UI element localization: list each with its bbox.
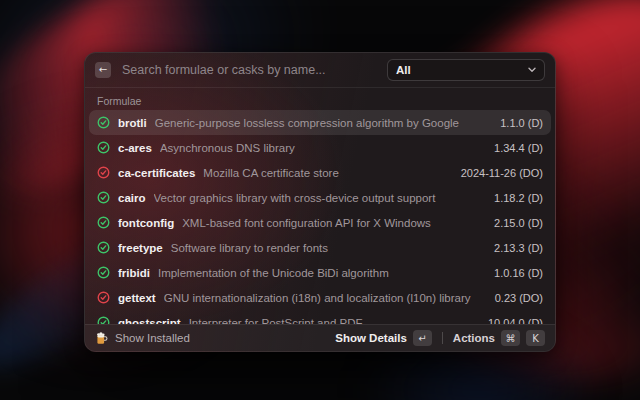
status-bar: Show Installed Show Details ↵ Actions ⌘ …: [85, 324, 555, 351]
actions-button[interactable]: Actions ⌘ K: [453, 330, 545, 346]
formula-description: Software library to render fonts: [171, 242, 478, 254]
search-window: ← All Formulae brotli Generic-purpose lo…: [84, 52, 556, 352]
check-circle-icon: [97, 291, 110, 304]
list-item-c-ares[interactable]: c-ares Asynchronous DNS library 1.34.4 (…: [89, 135, 551, 160]
formula-version: 2024-11-26 (DO): [453, 167, 543, 179]
formula-version: 2.13.3 (D): [486, 242, 543, 254]
filter-dropdown-value: All: [396, 64, 411, 76]
footer-divider: [442, 332, 443, 344]
show-installed-label: Show Installed: [115, 332, 190, 344]
show-installed-button[interactable]: Show Installed: [115, 332, 190, 344]
check-circle-icon: [97, 141, 110, 154]
formulae-list: brotli Generic-purpose lossless compress…: [85, 110, 555, 324]
formula-version: 0.23 (DO): [487, 292, 543, 304]
check-circle-icon: [97, 266, 110, 279]
list-item-brotli[interactable]: brotli Generic-purpose lossless compress…: [89, 110, 551, 135]
formula-description: Vector graphics library with cross-devic…: [154, 192, 479, 204]
filter-dropdown[interactable]: All: [387, 59, 545, 81]
formula-name: ca-certificates: [118, 167, 195, 179]
list-item-freetype[interactable]: freetype Software library to render font…: [89, 235, 551, 260]
formula-version: 1.34.4 (D): [486, 142, 543, 154]
list-item-cairo[interactable]: cairo Vector graphics library with cross…: [89, 185, 551, 210]
formula-name: ghostscript: [118, 317, 181, 325]
formula-description: Asynchronous DNS library: [160, 142, 478, 154]
formula-version: 1.1.0 (D): [492, 117, 543, 129]
k-key-icon: K: [526, 330, 545, 346]
check-circle-icon: [97, 216, 110, 229]
formula-description: XML-based font configuration API for X W…: [182, 217, 478, 229]
formula-name: gettext: [118, 292, 156, 304]
formula-name: fontconfig: [118, 217, 174, 229]
formula-description: Generic-purpose lossless compression alg…: [155, 117, 484, 129]
formula-version: 2.15.0 (D): [486, 217, 543, 229]
formula-name: freetype: [118, 242, 163, 254]
check-circle-icon: [97, 241, 110, 254]
formula-name: fribidi: [118, 267, 150, 279]
check-circle-icon: [97, 116, 110, 129]
formula-description: GNU internationalization (i18n) and loca…: [164, 292, 479, 304]
formula-description: Mozilla CA certificate store: [203, 167, 444, 179]
show-details-label: Show Details: [335, 332, 407, 344]
beer-mug-icon: [95, 332, 108, 345]
check-circle-icon: [97, 191, 110, 204]
section-label: Formulae: [85, 88, 555, 110]
command-key-icon: ⌘: [501, 330, 520, 346]
formula-version: 1.18.2 (D): [486, 192, 543, 204]
search-bar: ← All: [85, 53, 555, 88]
check-circle-icon: [97, 166, 110, 179]
formula-description: Implementation of the Unicode BiDi algor…: [158, 267, 478, 279]
list-item-ca-certificates[interactable]: ca-certificates Mozilla CA certificate s…: [89, 160, 551, 185]
search-input[interactable]: [120, 62, 378, 78]
formula-name: c-ares: [118, 142, 152, 154]
actions-label: Actions: [453, 332, 495, 344]
formula-version: 1.0.16 (D): [486, 267, 543, 279]
enter-key-icon: ↵: [413, 330, 432, 346]
chevron-down-icon: [528, 67, 536, 73]
list-item-gettext[interactable]: gettext GNU internationalization (i18n) …: [89, 285, 551, 310]
list-item-fribidi[interactable]: fribidi Implementation of the Unicode Bi…: [89, 260, 551, 285]
formula-version: 10.04.0 (D): [480, 317, 543, 325]
formula-name: brotli: [118, 117, 147, 129]
list-item-ghostscript[interactable]: ghostscript Interpreter for PostScript a…: [89, 310, 551, 324]
formula-description: Interpreter for PostScript and PDF: [189, 317, 472, 325]
show-details-button[interactable]: Show Details ↵: [335, 330, 432, 346]
formula-name: cairo: [118, 192, 146, 204]
back-button[interactable]: ←: [95, 62, 111, 78]
list-item-fontconfig[interactable]: fontconfig XML-based font configuration …: [89, 210, 551, 235]
check-circle-icon: [97, 316, 110, 324]
